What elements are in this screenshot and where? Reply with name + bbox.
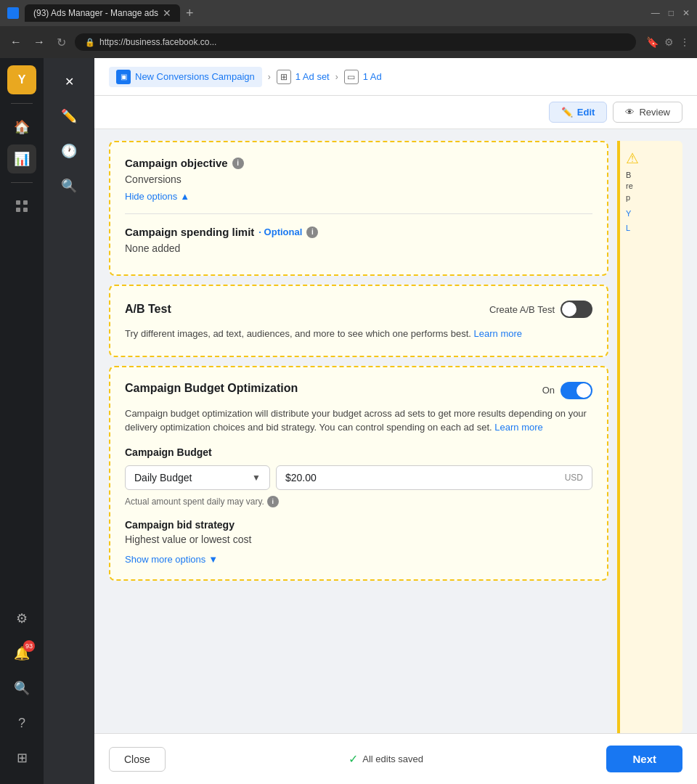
- svg-rect-0: [16, 200, 20, 205]
- refresh-button[interactable]: ↻: [54, 33, 69, 52]
- footer-bar: Close ✓ All edits saved Next: [94, 733, 697, 784]
- search-panel-icon[interactable]: 🔍: [53, 170, 85, 202]
- breadcrumb-sep-2: ›: [335, 72, 338, 82]
- active-tab[interactable]: (93) Ads Manager - Manage ads ✕: [25, 4, 180, 22]
- rail-divider-2: [11, 182, 33, 183]
- campaign-objective-card: Campaign objective i Conversions Hide op…: [109, 141, 608, 276]
- show-more-options-button[interactable]: Show more options ▼: [125, 554, 592, 565]
- tab-close-button[interactable]: ✕: [163, 7, 171, 19]
- browser-chrome: (93) Ads Manager - Manage ads ✕ + — □ ✕ …: [0, 0, 697, 58]
- adset-icon: ⊞: [277, 70, 291, 84]
- close-button[interactable]: Close: [109, 747, 166, 772]
- address-bar[interactable]: 🔒 https://business.facebook.co...: [75, 33, 636, 51]
- window-controls: — □ ✕: [651, 8, 690, 18]
- budget-type-select[interactable]: Daily Budget ▼: [125, 465, 270, 490]
- expand-icon[interactable]: ⊞: [7, 743, 36, 772]
- right-warning-panel: ⚠ Brep Y L: [617, 141, 682, 733]
- tab-title: (93) Ads Manager - Manage ads: [33, 8, 158, 18]
- bottom-spacer: [109, 589, 608, 604]
- budget-input-row: Daily Budget ▼ $20.00 USD: [125, 465, 592, 490]
- warning-link-y[interactable]: Y: [626, 209, 677, 218]
- campaign-objective-info-icon[interactable]: i: [232, 158, 244, 169]
- action-bar: ✏️ Edit 👁 Review: [94, 96, 697, 129]
- cbo-title: Campaign Budget Optimization: [125, 382, 298, 395]
- content-column: Campaign objective i Conversions Hide op…: [109, 141, 608, 733]
- breadcrumb-ad[interactable]: ▭ 1 Ad: [344, 70, 382, 84]
- bid-strategy-value: Highest value or lowest cost: [125, 534, 592, 545]
- new-tab-button[interactable]: +: [186, 6, 194, 21]
- ab-test-toggle[interactable]: [561, 301, 592, 318]
- bookmark-icon[interactable]: 🔖: [646, 36, 659, 48]
- browser-nav-icons: 🔖 ⚙ ⋮: [646, 36, 690, 48]
- campaign-objective-title: Campaign objective i: [125, 157, 592, 169]
- usd-label: USD: [565, 473, 583, 483]
- campaign-objective-value: Conversions: [125, 173, 592, 185]
- notifications-icon[interactable]: 🔔 93: [7, 639, 36, 668]
- cbo-learn-more-link[interactable]: Learn more: [494, 422, 542, 433]
- rail-divider-1: [11, 103, 33, 104]
- check-icon: ✓: [348, 752, 358, 766]
- breadcrumb-campaign[interactable]: ▣ New Conversions Campaign: [109, 67, 262, 87]
- search-icon[interactable]: 🔍: [7, 674, 36, 703]
- cbo-header: Campaign Budget Optimization On: [125, 382, 592, 399]
- campaign-spending-info-icon[interactable]: i: [306, 226, 318, 238]
- campaign-icon: ▣: [116, 70, 131, 84]
- ab-test-card: A/B Test Create A/B Test Try different i…: [109, 285, 608, 357]
- browser-favicon: [7, 7, 19, 19]
- app-layout: Y 🏠 📊 ⚙ 🔔 93 🔍 ? ⊞ ✕ ✏️ 🕐 �: [0, 58, 697, 784]
- scroll-area: Campaign objective i Conversions Hide op…: [94, 129, 697, 733]
- warning-triangle-icon: ⚠: [626, 150, 677, 167]
- ab-test-learn-more-link[interactable]: Learn more: [474, 328, 522, 339]
- svg-rect-1: [23, 200, 28, 205]
- main-content: ▣ New Conversions Campaign › ⊞ 1 Ad set …: [94, 58, 697, 784]
- ab-toggle-group: Create A/B Test: [489, 301, 592, 318]
- next-button[interactable]: Next: [606, 746, 682, 772]
- extensions-icon[interactable]: ⚙: [664, 36, 674, 48]
- edit-button[interactable]: ✏️ Edit: [549, 102, 608, 123]
- budget-amount-field[interactable]: $20.00 USD: [276, 465, 592, 490]
- left-rail: Y 🏠 📊 ⚙ 🔔 93 🔍 ? ⊞: [0, 58, 44, 784]
- settings-icon[interactable]: ⚙: [7, 604, 36, 633]
- more-options-icon[interactable]: ⋮: [680, 36, 690, 48]
- cbo-toggle[interactable]: [561, 382, 592, 399]
- actual-amount-info-icon[interactable]: i: [267, 496, 279, 507]
- saved-status: ✓ All edits saved: [348, 752, 423, 766]
- chevron-up-icon: ▲: [180, 191, 189, 202]
- svg-rect-3: [23, 208, 28, 212]
- warning-link-l[interactable]: L: [626, 224, 677, 232]
- breadcrumb-adset[interactable]: ⊞ 1 Ad set: [277, 70, 330, 84]
- campaign-name-label: New Conversions Campaign: [135, 71, 255, 82]
- back-button[interactable]: ←: [7, 33, 25, 52]
- cbo-card: Campaign Budget Optimization On Campaign…: [109, 366, 608, 581]
- home-icon[interactable]: 🏠: [7, 113, 36, 142]
- ad-icon: ▭: [344, 70, 359, 84]
- dashboard-icon[interactable]: [7, 192, 36, 221]
- forward-button[interactable]: →: [30, 33, 48, 52]
- clock-icon[interactable]: 🕐: [53, 135, 85, 167]
- pencil-icon[interactable]: ✏️: [53, 100, 85, 132]
- review-button[interactable]: 👁 Review: [613, 102, 682, 123]
- minimize-button[interactable]: —: [651, 8, 660, 18]
- ab-toggle-label: Create A/B Test: [489, 304, 555, 315]
- close-window-button[interactable]: ✕: [682, 8, 690, 18]
- chevron-down-icon: ▼: [208, 554, 218, 565]
- budget-type-value: Daily Budget: [134, 472, 192, 483]
- bid-strategy-label: Campaign bid strategy: [125, 519, 592, 531]
- hide-options-button[interactable]: Hide options ▲: [125, 191, 592, 202]
- page-header: ▣ New Conversions Campaign › ⊞ 1 Ad set …: [94, 58, 697, 96]
- maximize-button[interactable]: □: [669, 8, 674, 18]
- saved-label: All edits saved: [362, 754, 423, 764]
- cbo-toggle-group: On: [542, 382, 592, 399]
- campaign-budget-label: Campaign Budget: [125, 446, 592, 458]
- cbo-description: Campaign budget optimization will distri…: [125, 407, 592, 435]
- ab-test-title: A/B Test: [125, 303, 171, 316]
- ab-test-toggle-knob: [562, 302, 576, 317]
- analytics-icon[interactable]: 📊: [7, 144, 36, 173]
- browser-nav-bar: ← → ↻ 🔒 https://business.facebook.co... …: [0, 26, 697, 58]
- user-avatar[interactable]: Y: [7, 65, 36, 94]
- review-eye-icon: 👁: [625, 107, 635, 118]
- browser-title-bar: (93) Ads Manager - Manage ads ✕ + — □ ✕: [0, 0, 697, 26]
- edit-pencil-icon: ✏️: [561, 107, 573, 118]
- help-icon[interactable]: ?: [7, 709, 36, 738]
- panel-close-button[interactable]: ✕: [53, 65, 85, 97]
